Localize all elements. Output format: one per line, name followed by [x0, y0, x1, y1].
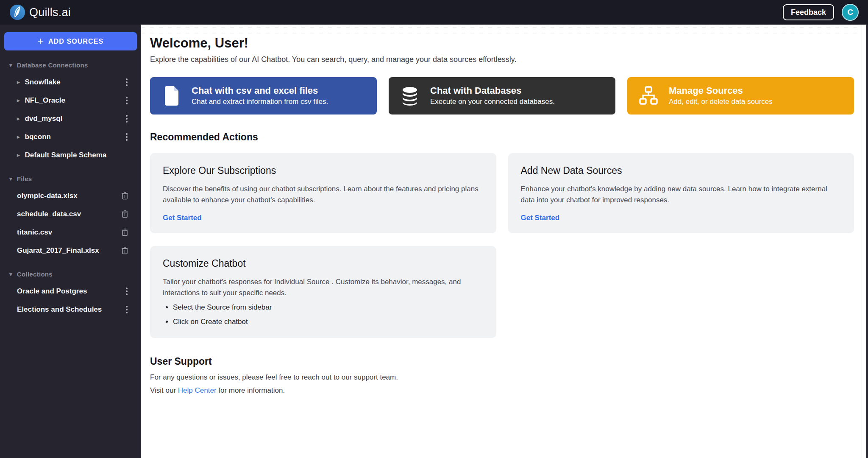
- sidebar: + ADD SOURCES ▾ Database Connections ▸ S…: [0, 25, 141, 458]
- file-item-gujarat-2017-final[interactable]: Gujarat_2017_Final.xlsx: [4, 241, 137, 260]
- sidebar-item-bqconn[interactable]: ▸ bqconn: [4, 128, 137, 146]
- get-started-link[interactable]: Get Started: [163, 214, 202, 222]
- section-label: Database Connections: [17, 61, 88, 69]
- kebab-menu-icon[interactable]: [123, 77, 130, 88]
- card-subtitle: Chat and extract information from csv fi…: [192, 98, 328, 106]
- window-right-edge: [866, 0, 868, 458]
- vertical-scrollbar[interactable]: [862, 25, 866, 458]
- delete-file-button[interactable]: [120, 191, 130, 201]
- top-navbar: Quills.ai Feedback C: [0, 0, 868, 25]
- recommended-actions-heading: Recommended Actions: [150, 131, 854, 143]
- card-title: Customize Chatbot: [163, 258, 484, 269]
- kebab-menu-icon[interactable]: [123, 113, 130, 124]
- user-avatar[interactable]: C: [842, 4, 859, 21]
- file-item-olympic-data[interactable]: olympic-data.xlsx: [4, 187, 137, 205]
- brand[interactable]: Quills.ai: [9, 4, 71, 20]
- support-line-2-suffix: for more information.: [217, 386, 285, 394]
- trash-icon: [121, 192, 128, 200]
- file-name: olympic-data.xlsx: [17, 192, 120, 200]
- file-name: Gujarat_2017_Final.xlsx: [17, 246, 120, 255]
- quills-logo-icon: [9, 4, 25, 20]
- card-body: Enhance your chatbot's knowledge by addi…: [521, 184, 842, 205]
- chat-databases-card[interactable]: Chat with Databases Execute on your conn…: [389, 77, 615, 114]
- kebab-menu-icon[interactable]: [123, 286, 130, 297]
- kebab-menu-icon[interactable]: [123, 304, 130, 315]
- instruction-item: Click on Create chatbot: [173, 318, 484, 326]
- sidebar-item-label: Snowflake: [25, 78, 123, 87]
- customize-chatbot-card: Customize Chatbot Tailor your chatbot's …: [150, 246, 496, 338]
- section-label: Files: [17, 175, 32, 182]
- dashed-divider: [141, 33, 862, 34]
- chat-csv-card[interactable]: Chat with csv and excel files Chat and e…: [150, 77, 377, 114]
- sidebar-item-nfl-oracle[interactable]: ▸ NFL_Oracle: [4, 91, 137, 109]
- section-label: Collections: [17, 271, 53, 278]
- dashed-divider: [141, 27, 862, 28]
- card-body: Tailor your chatbot's responses for Indi…: [163, 276, 484, 298]
- section-collections[interactable]: ▾ Collections: [4, 266, 137, 282]
- card-subtitle: Execute on your connected databases.: [430, 98, 555, 106]
- sidebar-item-dvd-mysql[interactable]: ▸ dvd_mysql: [4, 109, 137, 128]
- help-center-link[interactable]: Help Center: [178, 386, 217, 394]
- page-subtitle: Explore the capabilities of our AI Chatb…: [150, 55, 854, 64]
- sidebar-item-label: dvd_mysql: [25, 114, 123, 123]
- trash-icon: [121, 228, 128, 236]
- explore-subscriptions-card: Explore Our Subscriptions Discover the b…: [150, 153, 496, 233]
- sidebar-item-label: Default Sample Schema: [25, 151, 130, 159]
- kebab-menu-icon[interactable]: [123, 131, 130, 142]
- chevron-down-icon: ▾: [9, 271, 12, 277]
- support-line-2: Visit our Help Center for more informati…: [150, 386, 854, 395]
- manage-sources-card[interactable]: Manage Sources Add, edit, or delete data…: [627, 77, 854, 114]
- card-title: Add New Data Sources: [521, 165, 842, 176]
- chevron-right-icon: ▸: [17, 152, 20, 158]
- card-body: Discover the benefits of using our chatb…: [163, 184, 484, 205]
- sidebar-item-label: bqconn: [25, 133, 123, 141]
- sitemap-icon: [639, 86, 658, 106]
- delete-file-button[interactable]: [120, 246, 130, 255]
- file-name: titanic.csv: [17, 228, 120, 237]
- support-line-2-prefix: Visit our: [150, 386, 178, 394]
- card-title: Chat with Databases: [430, 86, 555, 96]
- instruction-list: Select the Source from sidebar Click on …: [163, 303, 484, 326]
- card-title: Explore Our Subscriptions: [163, 165, 484, 176]
- chevron-right-icon: ▸: [17, 115, 20, 122]
- file-icon: [161, 86, 181, 106]
- collection-name: Elections and Schedules: [17, 305, 123, 314]
- recommended-cards-grid: Explore Our Subscriptions Discover the b…: [150, 153, 854, 338]
- page-title: Welcome, User!: [150, 36, 854, 51]
- chevron-down-icon: ▾: [9, 176, 12, 182]
- database-icon: [400, 86, 420, 106]
- sidebar-item-default-sample-schema[interactable]: ▸ Default Sample Schema: [4, 146, 137, 164]
- trash-icon: [121, 246, 128, 254]
- sidebar-item-snowflake[interactable]: ▸ Snowflake: [4, 73, 137, 91]
- collection-item-oracle-and-postgres[interactable]: Oracle and Postgres: [4, 282, 137, 300]
- chevron-right-icon: ▸: [17, 79, 20, 85]
- add-sources-button[interactable]: + ADD SOURCES: [4, 32, 137, 50]
- chevron-right-icon: ▸: [17, 134, 20, 140]
- user-support-section: User Support For any questions or issues…: [150, 356, 854, 395]
- delete-file-button[interactable]: [120, 227, 130, 237]
- section-database-connections[interactable]: ▾ Database Connections: [4, 57, 137, 73]
- add-data-sources-card: Add New Data Sources Enhance your chatbo…: [508, 153, 854, 233]
- section-files[interactable]: ▾ Files: [4, 171, 137, 187]
- plus-icon: +: [38, 36, 44, 46]
- chevron-right-icon: ▸: [17, 97, 20, 103]
- collection-item-elections-and-schedules[interactable]: Elections and Schedules: [4, 300, 137, 318]
- main-content: Welcome, User! Explore the capabilities …: [141, 25, 862, 458]
- trash-icon: [121, 210, 128, 218]
- file-item-titanic[interactable]: titanic.csv: [4, 223, 137, 241]
- get-started-link[interactable]: Get Started: [521, 214, 560, 222]
- card-subtitle: Add, edit, or delete data sources: [669, 98, 773, 106]
- file-name: schedule_data.csv: [17, 210, 120, 218]
- delete-file-button[interactable]: [120, 209, 130, 219]
- user-support-heading: User Support: [150, 356, 854, 367]
- kebab-menu-icon[interactable]: [123, 95, 130, 106]
- brand-name: Quills.ai: [29, 6, 71, 19]
- quick-action-cards: Chat with csv and excel files Chat and e…: [150, 77, 854, 114]
- file-item-schedule-data[interactable]: schedule_data.csv: [4, 205, 137, 223]
- collection-name: Oracle and Postgres: [17, 287, 123, 296]
- card-title: Manage Sources: [669, 86, 773, 96]
- add-sources-label: ADD SOURCES: [48, 38, 103, 45]
- feedback-button[interactable]: Feedback: [783, 4, 834, 20]
- navbar-right: Feedback C: [783, 4, 859, 21]
- support-line-1: For any questions or issues, please feel…: [150, 373, 854, 382]
